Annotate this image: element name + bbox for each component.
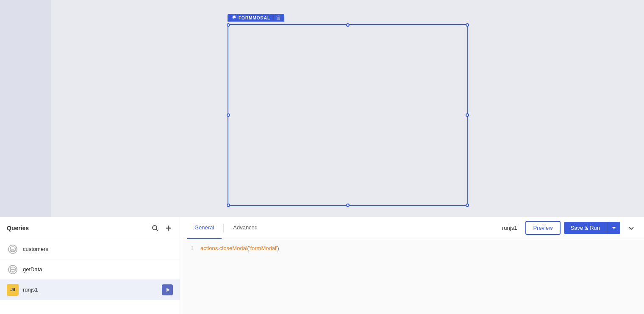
- runjs1-icon: JS: [7, 284, 19, 296]
- code-editor[interactable]: 1 actions.closeModal('formModal'): [180, 239, 644, 314]
- handle-top-middle[interactable]: [346, 23, 350, 27]
- run-runjs1-button[interactable]: [162, 284, 173, 295]
- handle-middle-right[interactable]: [466, 113, 469, 117]
- editor-panel: General Advanced runjs1 Preview Save & R…: [180, 217, 644, 314]
- line-number-1: 1: [187, 245, 194, 253]
- save-run-dropdown-button[interactable]: [607, 222, 620, 234]
- queries-header: Queries: [0, 217, 180, 239]
- tab-advanced[interactable]: Advanced: [225, 217, 265, 239]
- collapse-panel-button[interactable]: [625, 222, 637, 234]
- code-string-formModal: 'formModal': [249, 245, 277, 251]
- query-name-getData: getData: [23, 266, 162, 273]
- code-line-1: 1 actions.closeModal('formModal'): [187, 244, 637, 253]
- form-modal-label: FORMMODAL: [228, 14, 284, 22]
- tab-general[interactable]: General: [187, 217, 222, 239]
- main-layout: FORMMODAL: [0, 0, 644, 314]
- left-sidebar-strip: [0, 0, 51, 217]
- run-triangle-runjs1: [167, 288, 169, 292]
- svg-point-0: [153, 226, 157, 230]
- getData-icon: [7, 264, 19, 275]
- query-list: customers getData: [0, 239, 180, 314]
- form-modal-component-label: FORMMODAL: [239, 16, 270, 20]
- handle-top-right[interactable]: [466, 23, 469, 27]
- run-triangle-getData: [167, 267, 169, 272]
- customers-icon: [7, 243, 19, 255]
- code-fn-actions: actions: [200, 245, 218, 251]
- query-name-customers: customers: [23, 246, 162, 252]
- handle-bottom-right[interactable]: [466, 204, 469, 207]
- current-query-label: runjs1: [502, 225, 517, 231]
- svg-line-1: [156, 229, 158, 231]
- query-name-runjs1: runjs1: [23, 286, 162, 293]
- form-modal-component[interactable]: FORMMODAL: [228, 24, 468, 206]
- handle-middle-left[interactable]: [227, 113, 230, 117]
- code-content-1: actions.closeModal('formModal'): [200, 244, 279, 253]
- query-item-customers[interactable]: customers: [0, 239, 180, 259]
- chevron-down-icon: [612, 227, 616, 229]
- query-item-getData[interactable]: getData: [0, 259, 180, 280]
- code-close-paren: ): [277, 245, 279, 251]
- svg-point-7: [10, 267, 15, 270]
- handle-bottom-middle[interactable]: [346, 204, 350, 207]
- query-item-runjs1[interactable]: JS runjs1: [0, 280, 180, 300]
- handle-bottom-left[interactable]: [227, 204, 230, 207]
- canvas-area: FORMMODAL: [0, 0, 644, 217]
- trash-icon[interactable]: [276, 15, 281, 20]
- run-triangle: [167, 247, 169, 251]
- toolbar-right: runjs1 Preview Save & Run: [502, 221, 637, 235]
- code-fn-closeModal: closeModal: [219, 245, 247, 251]
- preview-button[interactable]: Preview: [525, 221, 560, 235]
- queries-actions: [151, 224, 173, 232]
- save-run-group: Save & Run: [564, 222, 620, 234]
- gear-icon: [231, 15, 236, 20]
- queries-sidebar: Queries: [0, 217, 180, 314]
- form-modal-box[interactable]: [228, 24, 468, 206]
- editor-toolbar: General Advanced runjs1 Preview Save & R…: [180, 217, 644, 239]
- search-button[interactable]: [151, 224, 159, 232]
- handle-top-left[interactable]: [227, 23, 230, 27]
- bottom-panel: Queries: [0, 217, 644, 314]
- save-run-button[interactable]: Save & Run: [564, 222, 607, 234]
- label-divider: [273, 15, 273, 20]
- svg-point-5: [10, 247, 15, 249]
- add-query-button[interactable]: [164, 224, 173, 232]
- queries-title: Queries: [7, 225, 29, 231]
- tab-separator: [223, 224, 224, 232]
